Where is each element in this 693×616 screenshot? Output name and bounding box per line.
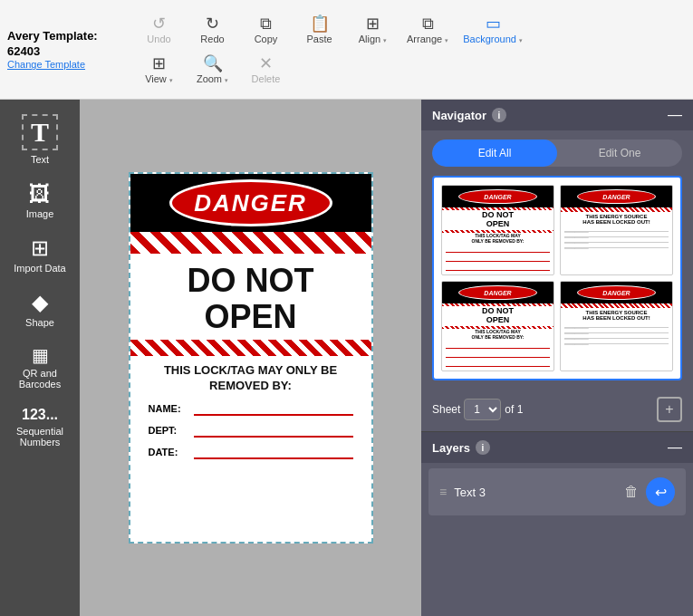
preview-cell-4[interactable]: DANGER THIS ENERGY SOURCEHAS BEEN LOCKED…	[560, 281, 673, 371]
right-panel: Navigator i — Edit All Edit One DANGER	[421, 100, 693, 616]
layer-item-right: 🗑 ↩	[624, 477, 675, 506]
navigator-title: Navigator i	[432, 108, 506, 122]
label-canvas[interactable]: DANGER DO NOT OPEN THIS LOCK/TAG MAY ONL…	[129, 172, 373, 544]
dept-line	[194, 423, 353, 438]
app-title: Avery Template: 62403	[7, 29, 134, 60]
text-tool-icon: T	[22, 114, 58, 150]
delete-icon: ✕	[259, 55, 273, 72]
undo-icon: ↺	[152, 15, 166, 32]
left-sidebar: T Text 🖼 Image ⊞ Import Data ◆ Shape ▦ Q…	[0, 100, 80, 616]
hazard-strip-bottom	[130, 340, 371, 356]
toolbar: Avery Template: 62403 Change Template ↺ …	[0, 0, 693, 100]
name-line	[194, 401, 353, 416]
preview-cell-3[interactable]: DANGER DO NOTOPEN THIS LOCK/TAG MAYONLY …	[441, 281, 554, 371]
zoom-button[interactable]: 🔍 Zoom ▾	[188, 52, 237, 88]
danger-bar: DANGER	[130, 174, 371, 232]
label-main-text: DO NOT OPEN	[130, 254, 371, 340]
sheet-select[interactable]: 1	[464, 399, 501, 420]
arrange-button[interactable]: ⧉ Arrange ▾	[401, 12, 454, 48]
main-area: T Text 🖼 Image ⊞ Import Data ◆ Shape ▦ Q…	[0, 100, 693, 616]
align-button[interactable]: ⊞ Align ▾	[348, 12, 398, 48]
date-line	[194, 445, 353, 459]
layer-delete-icon[interactable]: 🗑	[624, 484, 639, 500]
layer-item-left: ≡ Text 3	[439, 485, 486, 499]
background-icon: ▭	[486, 15, 501, 32]
navigator-header: Navigator i —	[421, 100, 693, 130]
arrange-icon: ⧉	[422, 15, 434, 32]
sidebar-item-image[interactable]: 🖼 Image	[4, 176, 76, 226]
layer-action-button[interactable]: ↩	[646, 477, 675, 506]
sidebar-item-import-data[interactable]: ⊞ Import Data	[4, 230, 76, 281]
danger-text: DANGER	[194, 189, 307, 217]
view-icon: ⊞	[152, 55, 166, 72]
sheet-select-wrap: Sheet 1 of 1	[432, 399, 523, 420]
shape-tool-icon: ◆	[32, 292, 48, 313]
sequential-icon: 123...	[22, 408, 58, 422]
zoom-icon: 🔍	[203, 55, 223, 72]
image-tool-icon: 🖼	[29, 183, 51, 205]
sidebar-item-sequential[interactable]: 123... SequentialNumbers	[4, 400, 76, 455]
navigator-info-icon[interactable]: i	[492, 108, 506, 122]
layers-section: Layers i — ≡ Text 3 🗑 ↩	[421, 431, 693, 616]
sidebar-item-qr-barcodes[interactable]: ▦ QR andBarcodes	[4, 339, 76, 397]
background-button[interactable]: ▭ Background ▾	[457, 12, 528, 48]
preview-cell-1[interactable]: DANGER DO NOTOPEN THIS LOCK/TAG MAYONLY …	[441, 185, 554, 275]
toolbar-row-2: ⊞ View ▾ 🔍 Zoom ▾ ✕ Delete	[134, 52, 686, 88]
toolbar-row-1: ↺ Undo ↻ Redo ⧉ Copy 📋 Paste ⊞ Align ▾	[134, 12, 686, 48]
danger-oval: DANGER	[169, 179, 332, 226]
view-arrow-icon: ▾	[169, 77, 173, 83]
label-design: DANGER DO NOT OPEN THIS LOCK/TAG MAY ONL…	[130, 174, 371, 542]
layers-title: Layers i	[432, 440, 490, 455]
app-title-area: Avery Template: 62403 Change Template	[7, 29, 134, 71]
redo-icon: ↻	[206, 15, 219, 32]
nav-toggle: Edit All Edit One	[432, 140, 682, 167]
delete-button[interactable]: ✕ Delete	[241, 52, 291, 88]
paste-button[interactable]: 📋 Paste	[294, 12, 344, 48]
navigator-section: Navigator i — Edit All Edit One DANGER	[421, 100, 693, 431]
view-button[interactable]: ⊞ View ▾	[134, 52, 184, 88]
layers-header: Layers i —	[421, 432, 693, 463]
label-field-dept: DEPT:	[130, 419, 371, 441]
canvas-area[interactable]: DANGER DO NOT OPEN THIS LOCK/TAG MAY ONL…	[80, 100, 421, 616]
qr-tool-icon: ▦	[32, 346, 49, 364]
nav-sheet-row: Sheet 1 of 1 +	[421, 391, 693, 431]
navigator-minimize-button[interactable]: —	[668, 107, 682, 123]
preview-cell-2[interactable]: DANGER THIS ENERGY SOURCEHAS BEEN LOCKED…	[560, 185, 673, 275]
sheet-add-button[interactable]: +	[657, 397, 682, 422]
sidebar-item-shape[interactable]: ◆ Shape	[4, 284, 76, 335]
edit-all-button[interactable]: Edit All	[432, 140, 557, 167]
align-icon: ⊞	[366, 15, 380, 32]
layer-drag-icon: ≡	[439, 485, 447, 499]
toolbar-buttons: ↺ Undo ↻ Redo ⧉ Copy 📋 Paste ⊞ Align ▾	[134, 12, 686, 88]
background-arrow-icon: ▾	[519, 37, 523, 43]
label-field-name: NAME:	[130, 398, 371, 419]
import-data-icon: ⊞	[31, 237, 49, 259]
arrange-arrow-icon: ▾	[445, 37, 448, 43]
align-arrow-icon: ▾	[383, 37, 387, 43]
undo-button[interactable]: ↺ Undo	[134, 12, 184, 48]
copy-button[interactable]: ⧉ Copy	[241, 12, 291, 48]
hazard-strip-top	[130, 232, 371, 254]
layers-info-icon[interactable]: i	[476, 440, 490, 455]
zoom-arrow-icon: ▾	[225, 77, 228, 83]
layer-label: Text 3	[454, 486, 486, 499]
copy-icon: ⧉	[260, 15, 272, 32]
paste-icon: 📋	[310, 15, 330, 32]
layer-item-text3[interactable]: ≡ Text 3 🗑 ↩	[428, 468, 686, 515]
edit-one-button[interactable]: Edit One	[557, 140, 682, 167]
label-field-date: DATE:	[130, 441, 371, 463]
label-sub-text: THIS LOCK/TAG MAY ONLY BE REMOVED BY:	[130, 356, 371, 398]
sidebar-item-text[interactable]: T Text	[4, 107, 76, 172]
redo-button[interactable]: ↻ Redo	[188, 12, 237, 48]
layers-minimize-button[interactable]: —	[668, 439, 682, 456]
layer-action-icon: ↩	[655, 484, 667, 501]
change-template-link[interactable]: Change Template	[7, 59, 134, 70]
nav-preview-grid: DANGER DO NOTOPEN THIS LOCK/TAG MAYONLY …	[432, 176, 682, 380]
